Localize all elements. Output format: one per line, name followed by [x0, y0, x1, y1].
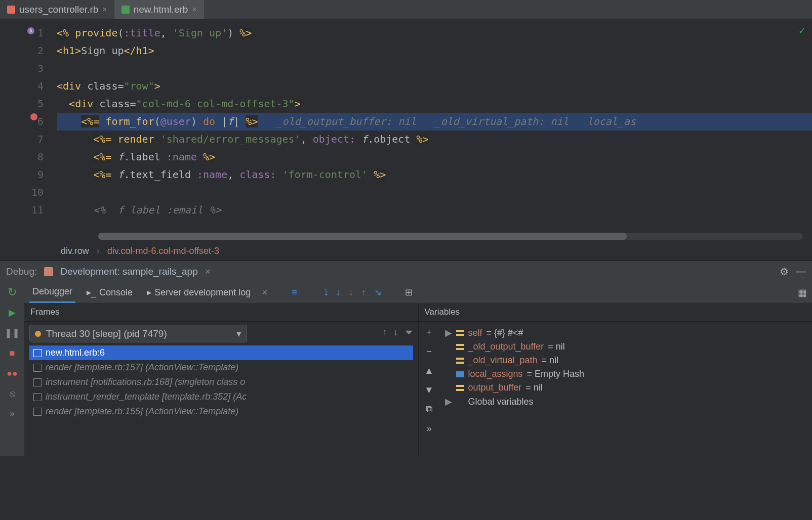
stack-frame[interactable]: new.html.erb:6 — [29, 345, 413, 360]
code-area[interactable]: <% provide(:title, 'Sign up') %> <h1>Sig… — [48, 19, 812, 242]
run-to-cursor-icon[interactable]: ↘ — [374, 287, 382, 298]
variables-toolbar: + − ▲ ▼ ⧉ » — [419, 322, 440, 456]
up-icon[interactable]: ▲ — [424, 365, 434, 376]
breadcrumb[interactable]: div.row › div.col-md-6.col-md-offset-3 — [0, 242, 812, 261]
frame-icon — [33, 393, 42, 401]
chevron-right-icon: › — [97, 246, 100, 256]
more-button[interactable]: » — [7, 408, 18, 419]
stack-frame[interactable]: render [template.rb:155] (ActionView::Te… — [29, 404, 413, 419]
thread-status-icon — [35, 331, 41, 337]
variable-row[interactable]: ▶self = {#} #<# — [443, 326, 809, 340]
tab-debugger[interactable]: Debugger — [29, 282, 75, 303]
threads-icon[interactable]: ≡ — [292, 287, 297, 298]
breadcrumb-item[interactable]: div.col-md-6.col-md-offset-3 — [107, 246, 219, 256]
expand-icon[interactable]: ▶ — [445, 327, 452, 338]
tab-users-controller[interactable]: users_controller.rb× — [0, 0, 114, 19]
tab-label: users_controller.rb — [19, 4, 98, 15]
debug-config-name[interactable]: Development: sample_rails_app — [60, 266, 197, 277]
thread-label: Thread 30 [sleep] (pid 7479) — [46, 328, 167, 339]
evaluate-icon[interactable]: ⊞ — [405, 287, 413, 298]
frame-icon — [33, 378, 42, 386]
variable-row[interactable]: _old_virtual_path = nil — [443, 354, 809, 367]
frame-icon — [33, 408, 42, 416]
prev-frame-icon[interactable]: ↑ — [383, 327, 388, 338]
log-icon: ▸ — [147, 287, 151, 298]
more-icon[interactable]: » — [426, 423, 432, 434]
var-type-icon — [456, 344, 464, 350]
variable-row[interactable]: local_assigns = Empty Hash — [443, 367, 809, 381]
expand-icon[interactable]: ▶ — [445, 396, 452, 407]
rerun-button[interactable]: ↻ — [7, 287, 18, 298]
gear-icon[interactable]: ⚙ — [780, 266, 789, 278]
var-name: _old_output_buffer — [468, 341, 544, 352]
analysis-icon[interactable]: A — [27, 27, 34, 34]
gutter[interactable]: A 1234567891011 — [0, 19, 48, 242]
erb-file-icon — [121, 6, 130, 14]
var-name: self — [468, 328, 482, 338]
var-value: = nil — [548, 341, 565, 352]
variables-panel: Variables + − ▲ ▼ ⧉ » ▶self = {#} #<#_ol… — [418, 303, 813, 456]
step-into-icon[interactable]: ↓ — [336, 287, 341, 298]
view-breakpoints-button[interactable]: ●● — [7, 368, 18, 379]
frames-panel: Frames ↑ ↓ ⏷ Thread 30 [sleep] (pid 7479… — [24, 303, 418, 456]
close-icon[interactable]: × — [262, 287, 267, 298]
debug-toolbar: Debug: Development: sample_rails_app × ⚙… — [0, 261, 812, 282]
variable-row[interactable]: ▶Global variables — [443, 395, 809, 409]
frame-icon — [33, 349, 42, 357]
stack-frame[interactable]: instrument [notifications.rb:168] (singl… — [29, 375, 413, 389]
tab-label: new.html.erb — [134, 4, 188, 15]
resume-button[interactable]: ▶ — [7, 307, 18, 318]
var-value: = nil — [525, 382, 543, 393]
next-frame-icon[interactable]: ↓ — [393, 327, 398, 338]
frames-header: Frames — [24, 303, 418, 322]
remove-watch-icon[interactable]: − — [426, 346, 432, 357]
minimize-icon[interactable]: — — [796, 266, 806, 277]
mute-breakpoints-button[interactable]: ⦸ — [7, 388, 18, 399]
layout-icon[interactable]: ▦ — [798, 287, 807, 298]
pause-button[interactable]: ❚❚ — [7, 327, 18, 338]
force-step-into-icon[interactable]: ↓ — [349, 287, 353, 298]
debug-panel: ↻ ▶ ❚❚ ■ ●● ⦸ » Debugger ▸_Console ▸Serv… — [0, 282, 812, 456]
var-name: Global variables — [468, 397, 534, 407]
chevron-down-icon: ▾ — [236, 328, 241, 339]
breadcrumb-item[interactable]: div.row — [61, 246, 89, 256]
var-name: local_assigns — [468, 369, 523, 379]
horizontal-scrollbar[interactable] — [98, 233, 803, 240]
step-over-icon[interactable]: ⤵ — [323, 287, 328, 298]
down-icon[interactable]: ▼ — [424, 384, 434, 396]
debug-tabs: Debugger ▸_Console ▸Server development l… — [24, 282, 812, 303]
stack-frame[interactable]: instrument_render_template [template.rb:… — [29, 389, 413, 404]
copy-icon[interactable]: ⧉ — [426, 404, 433, 415]
var-value: = nil — [542, 355, 559, 366]
var-name: output_buffer — [468, 382, 522, 393]
close-icon[interactable]: × — [205, 266, 211, 277]
stack-frame[interactable]: render [template.rb:157] (ActionView::Te… — [29, 360, 413, 375]
step-out-icon[interactable]: ↑ — [361, 287, 366, 298]
var-type-icon — [456, 399, 464, 405]
thread-selector[interactable]: Thread 30 [sleep] (pid 7479) ▾ — [29, 325, 247, 342]
console-icon: ▸_ — [87, 287, 96, 298]
variable-row[interactable]: _old_output_buffer = nil — [443, 340, 809, 354]
close-icon[interactable]: × — [102, 5, 107, 14]
var-value: = {#} #<# — [486, 328, 523, 338]
tab-console[interactable]: ▸_Console — [84, 282, 136, 303]
breakpoint-icon[interactable] — [30, 113, 37, 120]
var-name: _old_virtual_path — [468, 355, 538, 366]
tab-server-log[interactable]: ▸Server development log — [144, 282, 254, 303]
var-type-icon — [456, 371, 464, 377]
debug-config-icon — [44, 267, 53, 276]
stop-button[interactable]: ■ — [7, 348, 18, 359]
add-watch-icon[interactable]: + — [426, 327, 432, 338]
var-type-icon — [456, 358, 464, 364]
ruby-file-icon — [7, 6, 15, 14]
filter-icon[interactable]: ⏷ — [404, 327, 414, 338]
close-icon[interactable]: × — [192, 5, 196, 14]
debug-label: Debug: — [6, 266, 37, 277]
var-type-icon — [456, 330, 464, 336]
tab-new-html-erb[interactable]: new.html.erb× — [114, 0, 204, 19]
variables-header: Variables — [419, 303, 813, 322]
code-editor[interactable]: ✓ A 1234567891011 <% provide(:title, 'Si… — [0, 19, 812, 242]
editor-tabbar: users_controller.rb× new.html.erb× — [0, 0, 812, 19]
variable-row[interactable]: output_buffer = nil — [443, 381, 809, 395]
var-type-icon — [456, 385, 464, 391]
